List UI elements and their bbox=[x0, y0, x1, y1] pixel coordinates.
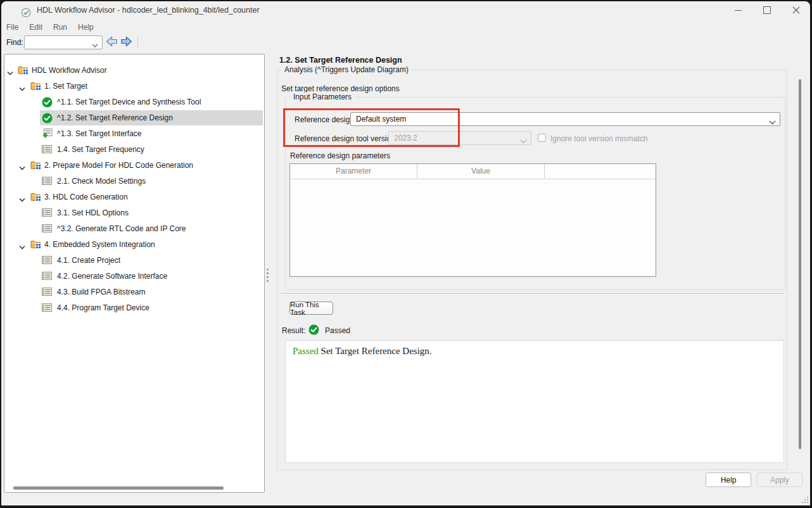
menu-file[interactable]: File bbox=[6, 23, 18, 32]
horizontal-scrollbar-thumb[interactable] bbox=[13, 486, 224, 490]
chevron-down-icon[interactable] bbox=[92, 41, 98, 49]
arrow-left-icon bbox=[106, 36, 118, 47]
close-button[interactable] bbox=[787, 3, 806, 17]
chevron-down-icon bbox=[520, 137, 527, 146]
run-this-task-button[interactable]: Run This Task bbox=[289, 302, 333, 315]
workflow-folder-icon bbox=[30, 192, 42, 204]
tree-item-1-set-target[interactable]: 1. Set Target bbox=[4, 79, 264, 94]
app-icon bbox=[21, 8, 31, 20]
tree-item-label: ^3.2. Generate RTL Code and IP Core bbox=[57, 224, 186, 233]
result-message-status: Passed bbox=[293, 346, 319, 356]
ignore-mismatch-checkbox[interactable] bbox=[538, 134, 546, 142]
workflow-folder-icon bbox=[30, 81, 42, 93]
tree-item-4-3-build-fpga-bitstream[interactable]: 4.3. Build FPGA Bitstream bbox=[4, 284, 264, 300]
tree-item-label: 4.2. Generate Software Interface bbox=[57, 272, 167, 281]
task-run-icon bbox=[42, 129, 53, 141]
tree-item-label: 3.1. Set HDL Options bbox=[57, 208, 129, 217]
tree-item-1-4-set-target-frequency[interactable]: 1.4. Set Target Frequency bbox=[4, 142, 264, 158]
workflow-folder-icon bbox=[30, 239, 42, 251]
tree-item-label: ^1.1. Set Target Device and Synthesis To… bbox=[57, 98, 201, 106]
find-next-button[interactable] bbox=[120, 36, 132, 49]
result-label: Result: bbox=[282, 326, 305, 335]
tree-item-label: 2. Prepare Model For HDL Code Generation bbox=[44, 161, 193, 170]
task-list-icon bbox=[42, 176, 52, 187]
chevron-down-icon[interactable] bbox=[7, 68, 13, 77]
window-title: HDL Workflow Advisor - hdlcoder_led_blin… bbox=[37, 6, 260, 15]
tree-item-4-1-create-project[interactable]: 4.1. Create Project bbox=[4, 253, 264, 269]
task-list-icon bbox=[42, 303, 52, 314]
tree-item-1-2-set-target-reference-design[interactable]: ^1.2. Set Target Reference Design bbox=[4, 110, 264, 126]
parameters-table[interactable]: Parameter Value bbox=[289, 163, 656, 277]
column-header-empty bbox=[544, 164, 656, 179]
menu-run[interactable]: Run bbox=[53, 23, 67, 32]
result-status: Passed bbox=[325, 326, 350, 335]
tree-item-3-1-set-hdl-options[interactable]: 3.1. Set HDL Options bbox=[4, 205, 264, 221]
chevron-down-icon[interactable] bbox=[19, 195, 25, 204]
tree-item-label: 4.1. Create Project bbox=[57, 256, 120, 265]
toolbar-separator bbox=[137, 37, 138, 47]
find-label: Find: bbox=[6, 38, 23, 47]
table-header-row: Parameter Value bbox=[290, 164, 656, 179]
splitter-handle[interactable] bbox=[267, 280, 269, 282]
tree-item-3-hdl-code-generation[interactable]: 3. HDL Code Generation bbox=[4, 189, 264, 205]
check-circle-icon bbox=[42, 97, 53, 110]
reference-design-label: Reference design: bbox=[295, 115, 356, 124]
column-header-value[interactable]: Value bbox=[417, 164, 544, 179]
tree-item-3-2-generate-rtl[interactable]: ^3.2. Generate RTL Code and IP Core bbox=[4, 221, 264, 237]
chevron-down-icon[interactable] bbox=[19, 243, 25, 251]
tree-item-2-1-check-model-settings[interactable]: 2.1. Check Model Settings bbox=[4, 174, 264, 189]
menu-help[interactable]: Help bbox=[78, 23, 94, 32]
analysis-groupbox-label: Analysis (^Triggers Update Diagram) bbox=[282, 65, 411, 74]
input-parameters-label: Input Parameters bbox=[291, 92, 354, 101]
find-input[interactable] bbox=[24, 35, 103, 49]
task-list-icon bbox=[42, 144, 52, 156]
resize-grip-icon[interactable] bbox=[801, 496, 809, 505]
tree-item-2-prepare-model[interactable]: 2. Prepare Model For HDL Code Generation bbox=[4, 158, 264, 174]
reference-design-select[interactable]: Default system bbox=[350, 112, 780, 126]
tree-item-4-2-generate-software-interface[interactable]: 4.2. Generate Software Interface bbox=[4, 269, 264, 284]
tool-version-value: 2023.2 bbox=[394, 134, 417, 143]
ignore-mismatch-label: Ignore tool version mismatch bbox=[550, 134, 647, 143]
help-button[interactable]: Help bbox=[706, 473, 751, 487]
tool-version-select: 2023.2 bbox=[388, 131, 531, 145]
menu-edit[interactable]: Edit bbox=[29, 23, 42, 32]
column-header-parameter[interactable]: Parameter bbox=[290, 164, 417, 179]
splitter-handle[interactable] bbox=[267, 269, 269, 270]
task-list-icon bbox=[42, 287, 52, 298]
screen: { "window": { "title": "HDL Workflow Adv… bbox=[0, 0, 812, 508]
tree-item-1-1-set-target-device[interactable]: ^1.1. Set Target Device and Synthesis To… bbox=[4, 94, 264, 110]
maximize-button[interactable] bbox=[758, 3, 777, 17]
parameters-table-label: Reference design parameters bbox=[290, 151, 390, 160]
passed-check-icon bbox=[308, 324, 319, 337]
splitter-handle[interactable] bbox=[267, 272, 269, 274]
workflow-folder-icon bbox=[30, 160, 42, 172]
tree-item-hdl-workflow-advisor[interactable]: HDL Workflow Advisor bbox=[4, 63, 264, 79]
reference-design-value: Default system bbox=[356, 115, 406, 124]
task-list-icon bbox=[42, 208, 52, 219]
menu-bar: File Edit Run Help bbox=[6, 21, 94, 34]
tree-item-1-3-set-target-interface[interactable]: ^1.3. Set Target Interface bbox=[4, 126, 264, 142]
workflow-tree: HDL Workflow Advisor1. Set Target^1.1. S… bbox=[4, 54, 265, 493]
chevron-down-icon bbox=[769, 118, 776, 127]
tree-item-label: ^1.3. Set Target Interface bbox=[57, 129, 142, 138]
task-list-icon bbox=[42, 271, 52, 283]
tree-item-label: 3. HDL Code Generation bbox=[44, 193, 128, 201]
vertical-scrollbar-thumb[interactable] bbox=[799, 79, 801, 449]
find-previous-button[interactable] bbox=[106, 36, 118, 49]
tree-item-label: 4.3. Build FPGA Bitstream bbox=[57, 288, 145, 296]
chevron-down-icon[interactable] bbox=[19, 163, 25, 172]
section-separator bbox=[281, 293, 784, 295]
task-description: Set target reference design options bbox=[281, 84, 400, 93]
close-icon bbox=[792, 6, 800, 14]
tree-item-4-4-program-target-device[interactable]: 4.4. Program Target Device bbox=[4, 300, 264, 316]
tool-version-label: Reference design tool version: bbox=[295, 134, 397, 143]
task-list-icon bbox=[42, 224, 52, 235]
minimize-button[interactable] bbox=[728, 3, 747, 17]
chevron-down-icon[interactable] bbox=[19, 84, 25, 93]
apply-button[interactable]: Apply bbox=[757, 473, 802, 487]
workflow-folder-icon bbox=[18, 65, 29, 77]
splitter-handle[interactable] bbox=[267, 276, 269, 278]
tree-item-label: ^1.2. Set Target Reference Design bbox=[57, 113, 173, 122]
arrow-right-icon bbox=[120, 36, 132, 47]
tree-item-4-embedded-system-integration[interactable]: 4. Embedded System Integration bbox=[4, 237, 264, 253]
